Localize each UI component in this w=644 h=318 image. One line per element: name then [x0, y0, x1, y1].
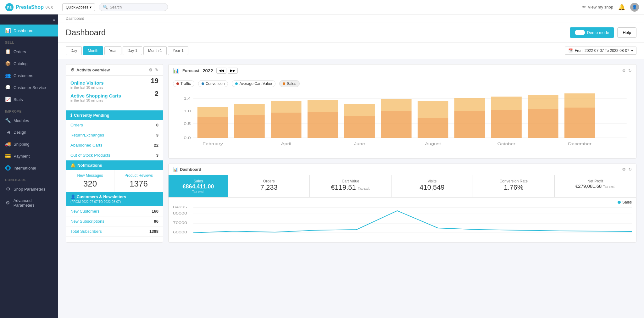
customers-title: Customers & Newsletters: [77, 194, 126, 199]
sidebar-item-customer-service[interactable]: 💬 Customer Service: [0, 81, 58, 93]
forecast-prev-button[interactable]: ◀◀: [216, 68, 226, 74]
sidebar-item-shop-parameters[interactable]: ⚙ Shop Parameters: [0, 183, 58, 195]
user-avatar[interactable]: 👤: [630, 3, 639, 12]
pending-orders-link[interactable]: Orders: [70, 123, 83, 127]
conversion-value: 1.76%: [477, 183, 550, 192]
demo-mode-button[interactable]: Demo mode: [570, 27, 614, 38]
sidebar-item-catalog[interactable]: 📦 Catalog: [0, 58, 58, 70]
sidebar-item-modules[interactable]: 🔧 Modules: [0, 114, 58, 126]
svg-text:June: June: [354, 142, 365, 146]
right-column: 📊 Forecast 2022 ◀◀ ▶▶ ⚙ ↻: [168, 64, 636, 243]
pending-stock-link[interactable]: Out of Stock Products: [70, 153, 110, 158]
modules-icon: 🔧: [5, 118, 11, 123]
new-subscriptions-link[interactable]: New Subscriptions: [70, 219, 104, 224]
sales-chart-legend-label: Sales: [622, 200, 632, 204]
forecast-header-actions: ⚙ ↻: [622, 68, 632, 73]
svg-rect-23: [418, 101, 448, 118]
sidebar-item-dashboard[interactable]: 📊 Dashboard: [0, 25, 58, 36]
svg-rect-28: [528, 109, 558, 138]
view-shop-button[interactable]: 👁 View my shop: [582, 5, 613, 9]
legend-conversion[interactable]: Conversion: [198, 80, 228, 87]
pending-returns-link[interactable]: Return/Exchanges: [70, 133, 104, 137]
net-profit-cell: Net Profit €279,081.68 Tax excl.: [555, 175, 636, 197]
sidebar-dashboard-label: Dashboard: [14, 28, 34, 33]
sidebar-item-shipping[interactable]: 🚚 Shipping: [0, 138, 58, 150]
activity-panel-header: ⏱ Activity overview ⚙ ↻: [66, 64, 163, 76]
svg-rect-13: [234, 104, 265, 115]
date-tab-month[interactable]: Month: [83, 46, 103, 55]
svg-rect-16: [308, 112, 338, 138]
sidebar-shipping-label: Shipping: [14, 142, 30, 147]
pending-carts-link[interactable]: Abandoned Carts: [70, 143, 102, 148]
sidebar-advanced-params-label: Advanced Parameters: [14, 198, 53, 208]
search-input[interactable]: [110, 5, 164, 9]
sidebar-collapse-button[interactable]: «: [53, 17, 55, 22]
sales-label: Sales: [193, 179, 203, 183]
notifications-title: Notifications: [77, 163, 102, 168]
dashboard-stats-panel: 📊 Dashboard ⚙ ↻ Sales €864,411.00 Tax ex: [168, 164, 636, 243]
svg-rect-21: [381, 99, 411, 111]
refresh-icon[interactable]: ↻: [155, 68, 158, 72]
new-customers-link[interactable]: New Customers: [70, 209, 99, 214]
date-tab-day-1[interactable]: Day-1: [123, 46, 142, 55]
sidebar-item-stats[interactable]: 📈 Stats: [0, 93, 58, 105]
conversion-dot: [202, 82, 204, 85]
date-filter-bar: Day Month Year Day-1 Month-1 Year-1 📅 Fr…: [58, 42, 644, 59]
svg-rect-20: [381, 111, 411, 138]
sales-value: €864,411.00: [182, 183, 214, 190]
quick-access-button[interactable]: Quick Access ▾: [62, 3, 95, 11]
legend-avg-cart[interactable]: Average Cart Value: [232, 80, 275, 87]
date-range-picker[interactable]: 📅 From 2022-07-07 To 2022-08-07 ▾: [565, 47, 636, 55]
sidebar-section-sell: SELL: [0, 36, 58, 46]
net-profit-value: €279,081.68 Tax excl.: [559, 183, 632, 189]
svg-text:80000: 80000: [173, 212, 187, 215]
dashboard-refresh-icon[interactable]: ↻: [628, 167, 632, 172]
cart-tax-label: Tax excl.: [358, 187, 370, 190]
forecast-next-button[interactable]: ▶▶: [228, 68, 238, 74]
dashboard-settings-icon[interactable]: ⚙: [622, 167, 626, 172]
new-subscriptions-row: New Subscriptions 96: [66, 216, 163, 226]
sidebar-item-advanced-parameters[interactable]: ⚙ Advanced Parameters: [0, 195, 58, 211]
sidebar-modules-label: Modules: [14, 118, 29, 123]
clock-icon: ⏱: [70, 68, 75, 72]
pending-carts-count: 22: [154, 143, 158, 148]
line-chart-legend: Sales: [169, 198, 636, 204]
sidebar-item-customers[interactable]: 👥 Customers: [0, 70, 58, 81]
sidebar-item-payment[interactable]: 💳 Payment: [0, 150, 58, 162]
activity-metrics: Online Visitors 19 in the last 30 minute…: [66, 76, 163, 110]
svg-rect-10: [197, 117, 228, 138]
conversion-label: Conversion Rate: [477, 179, 550, 183]
traffic-label: Traffic: [180, 81, 191, 86]
date-tab-day[interactable]: Day: [66, 46, 82, 55]
topbar-right: 👁 View my shop 🔔 👤: [582, 3, 639, 12]
date-tab-year-1[interactable]: Year-1: [168, 46, 188, 55]
svg-rect-19: [344, 104, 375, 116]
help-button[interactable]: Help: [617, 27, 636, 38]
svg-text:October: October: [497, 142, 515, 146]
total-subscribers-link[interactable]: Total Subscribers: [70, 229, 102, 234]
pending-returns-count: 3: [156, 133, 158, 137]
international-icon: 🌐: [5, 165, 11, 171]
svg-text:1.4: 1.4: [184, 97, 191, 100]
topbar: PS PrestaShop 8.0.0 Quick Access ▾ 🔍 👁 V…: [0, 0, 644, 14]
sales-legend-dot: [283, 82, 285, 85]
sidebar-customer-service-label: Customer Service: [14, 85, 46, 90]
date-tab-month-1[interactable]: Month-1: [143, 46, 167, 55]
line-chart-svg: 84995 80000 70000 60000: [173, 204, 632, 242]
pending-stock-count: 3: [156, 153, 158, 158]
sidebar-item-international[interactable]: 🌐 International: [0, 162, 58, 174]
settings-icon[interactable]: ⚙: [149, 68, 153, 72]
demo-mode-label: Demo mode: [587, 30, 609, 35]
legend-traffic[interactable]: Traffic: [173, 80, 194, 87]
date-tab-year[interactable]: Year: [104, 46, 121, 55]
sidebar-item-orders[interactable]: 📋 Orders: [0, 46, 58, 58]
legend-sales[interactable]: Sales: [279, 80, 300, 87]
forecast-settings-icon[interactable]: ⚙: [622, 68, 626, 73]
traffic-dot: [176, 82, 179, 85]
forecast-refresh-icon[interactable]: ↻: [628, 68, 632, 73]
sidebar-item-design[interactable]: 🖥 Design: [0, 126, 58, 138]
svg-rect-27: [491, 97, 522, 110]
customers-icon: 👥: [5, 73, 11, 78]
svg-text:70000: 70000: [173, 221, 187, 225]
notifications-icon[interactable]: 🔔: [618, 4, 625, 11]
